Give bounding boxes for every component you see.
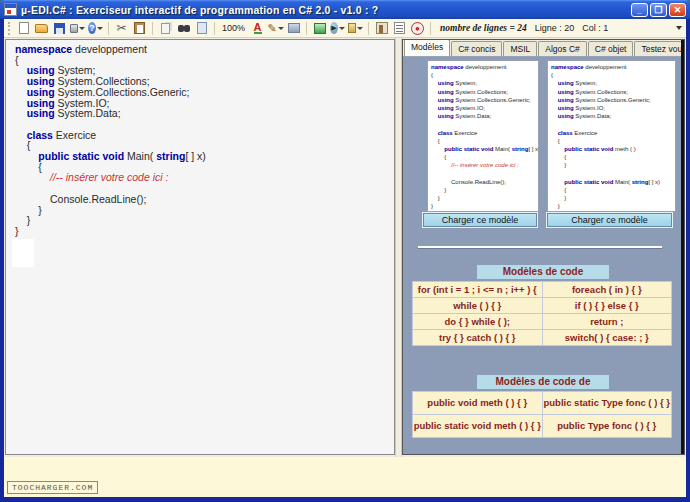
toolbar-overflow-icon[interactable] xyxy=(676,26,682,30)
image-icon[interactable] xyxy=(286,21,301,36)
maximize-button[interactable]: ❐ xyxy=(650,3,667,17)
method-templates-header: Modèles de code de xyxy=(477,375,609,389)
code-line: using System; xyxy=(431,79,538,87)
code-line: class Exercice xyxy=(15,130,394,141)
code-template-cell[interactable]: do { } while ( ); xyxy=(413,314,542,329)
code-line: } xyxy=(551,202,675,210)
code-line: { xyxy=(551,153,675,161)
line-count-label: nombre de lignes = 24 xyxy=(440,23,527,33)
window-title: µ-EDI.C# : Exerciseur interactif de prog… xyxy=(21,4,631,16)
properties-icon[interactable] xyxy=(392,21,407,36)
new-document-icon[interactable] xyxy=(16,21,31,36)
code-templates-header: Modèles de code xyxy=(477,265,609,279)
code-template-cell[interactable]: public static Type fonc ( ) { } xyxy=(543,392,672,414)
pen-icon[interactable]: ✎ xyxy=(268,21,283,36)
tab-algos-c-[interactable]: Algos C# xyxy=(538,41,587,56)
stop-record-icon[interactable]: ● xyxy=(410,21,425,36)
exit-icon[interactable] xyxy=(374,21,389,36)
save-icon[interactable] xyxy=(52,21,67,36)
code-template-cell[interactable]: if ( ) { } else { } xyxy=(543,298,672,313)
package-icon[interactable] xyxy=(348,21,363,36)
export-icon[interactable] xyxy=(312,21,327,36)
package-dropdown-icon[interactable] xyxy=(357,27,363,30)
code-line: using System.IO; xyxy=(431,104,538,112)
current-col-label: Col : 1 xyxy=(582,23,608,33)
code-line: using System; xyxy=(551,79,675,87)
code-line: } xyxy=(15,226,394,237)
code-line: using System.Collections.Generic; xyxy=(551,96,675,104)
paste-icon[interactable] xyxy=(132,21,147,36)
close-button[interactable]: ✕ xyxy=(669,3,686,17)
code-template-cell[interactable]: while ( ) { } xyxy=(413,298,542,313)
editor-code[interactable]: namespace developpement{ using System; u… xyxy=(15,44,394,237)
code-line: } xyxy=(431,194,538,202)
model-preview-1[interactable]: namespace developpement{ using System; u… xyxy=(427,60,539,212)
code-template-cell[interactable]: try { } catch ( ) { } xyxy=(413,330,542,345)
code-line: { xyxy=(551,137,675,145)
zoom-level[interactable]: 100% xyxy=(220,23,247,33)
run-icon[interactable]: ▶ xyxy=(330,21,345,36)
load-model-1-button[interactable]: Charger ce modèle xyxy=(423,213,537,227)
code-line: public static void Main( string[ ] x) xyxy=(551,178,675,186)
run-dropdown-icon[interactable] xyxy=(339,27,345,30)
code-template-cell[interactable]: public static void meth ( ) { } xyxy=(413,415,542,437)
minimize-button[interactable]: _ xyxy=(631,3,648,17)
cut-icon[interactable]: ✂ xyxy=(114,21,129,36)
code-line: { xyxy=(431,71,538,79)
main-area: namespace developpement{ using System; u… xyxy=(4,38,686,457)
toolbar-grip[interactable] xyxy=(8,22,11,35)
code-line xyxy=(551,170,675,178)
code-template-cell[interactable]: public Type fonc ( ) { } xyxy=(543,415,672,437)
print-dropdown-icon[interactable] xyxy=(79,27,85,30)
font-color-icon[interactable]: A xyxy=(250,21,265,36)
code-line: } xyxy=(15,215,394,226)
help-icon[interactable]: ? xyxy=(88,21,103,36)
tab-msil[interactable]: MSIL xyxy=(503,41,537,56)
toolbar-separator xyxy=(430,22,431,35)
template-row: for (int i = 1 ; i <= n ; i++ ) {foreach… xyxy=(413,282,671,297)
pen-dropdown-icon[interactable] xyxy=(278,27,284,30)
preview-page-icon[interactable] xyxy=(194,21,209,36)
code-line: } xyxy=(551,161,675,169)
code-line: namespace developpement xyxy=(551,63,675,71)
code-line: namespace developpement xyxy=(15,44,394,55)
toolbar-separator xyxy=(368,22,369,35)
code-line: using System.Collections; xyxy=(431,88,538,96)
code-line xyxy=(431,120,538,128)
help-dropdown-icon[interactable] xyxy=(97,27,103,30)
code-line: Console.ReadLine(); xyxy=(15,194,394,205)
load-model-2-button[interactable]: Charger ce modèle xyxy=(547,213,672,227)
code-line: using System.Data; xyxy=(15,108,394,119)
template-row: while ( ) { }if ( ) { } else { } xyxy=(413,298,671,313)
title-bar: µ-EDI.C# : Exerciseur interactif de prog… xyxy=(0,0,690,19)
print-icon[interactable] xyxy=(70,21,85,36)
code-editor[interactable]: namespace developpement{ using System; u… xyxy=(5,39,395,455)
code-line: } xyxy=(551,211,675,212)
horizontal-divider xyxy=(418,246,662,248)
code-line: //-- insérer votre code ici : xyxy=(431,161,538,169)
panel-splitter[interactable] xyxy=(395,38,402,457)
model-preview-2[interactable]: namespace developpement{ using System; u… xyxy=(547,60,676,212)
tab-c-objet[interactable]: C# objet xyxy=(588,41,634,56)
code-template-cell[interactable]: return ; xyxy=(543,314,672,329)
tab-testez-vous[interactable]: Testez vous xyxy=(634,41,685,56)
code-line: { xyxy=(431,137,538,145)
code-template-cell[interactable]: switch( ) { case: ; } xyxy=(543,330,672,345)
tab-strip: ModèlesC# concisMSILAlgos C#C# objetTest… xyxy=(403,40,681,57)
open-folder-icon[interactable] xyxy=(34,21,49,36)
copy-icon[interactable] xyxy=(158,21,173,36)
find-icon[interactable] xyxy=(176,21,191,36)
code-template-cell[interactable]: for (int i = 1 ; i <= n ; i++ ) { xyxy=(413,282,542,297)
code-template-cell[interactable]: foreach ( in ) { } xyxy=(543,282,672,297)
tab-c-concis[interactable]: C# concis xyxy=(451,41,502,56)
code-line: class Exercice xyxy=(431,129,538,137)
toolbar-separator xyxy=(214,22,215,35)
tab-mod-les[interactable]: Modèles xyxy=(404,39,450,56)
code-template-cell[interactable]: public void meth ( ) { } xyxy=(413,392,542,414)
code-line: class Exercice xyxy=(551,129,675,137)
code-line: using System.Collections; xyxy=(551,88,675,96)
code-line: namespace developpement xyxy=(431,63,538,71)
code-templates-table: for (int i = 1 ; i <= n ; i++ ) {foreach… xyxy=(412,281,672,346)
code-line: } xyxy=(15,205,394,216)
code-line: using System.Data; xyxy=(551,112,675,120)
